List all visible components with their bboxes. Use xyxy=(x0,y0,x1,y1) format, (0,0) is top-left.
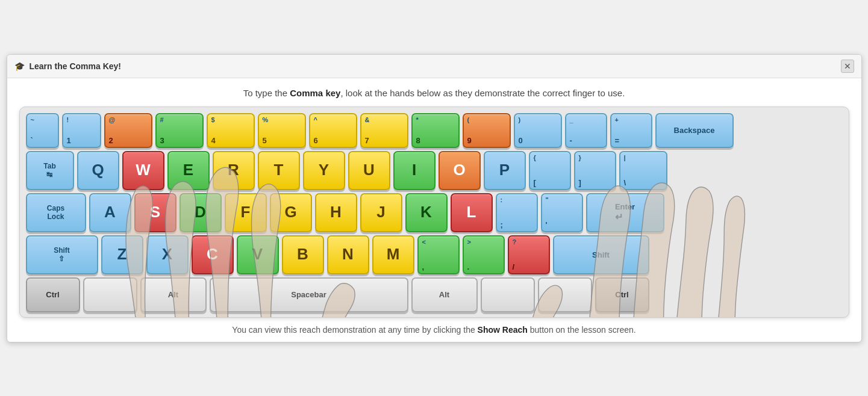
instruction-text: To type the Comma key, look at the hands… xyxy=(19,88,849,98)
key-h: H xyxy=(315,193,357,232)
key-name: Comma key xyxy=(290,88,340,98)
number-row: ~ ` ! 1 @ 2 # 3 xyxy=(26,113,843,148)
key-ctrl-right: Ctrl xyxy=(595,277,649,312)
key-4: $ 4 xyxy=(207,113,255,148)
key-l: L xyxy=(451,193,493,232)
key-p: P xyxy=(484,151,526,190)
ctrl-right-label: Ctrl xyxy=(615,290,628,299)
key-win-left xyxy=(83,277,137,312)
key-period: > . xyxy=(463,235,505,274)
main-window: 🎓 Learn the Comma Key! ✕ To type the Com… xyxy=(7,54,862,342)
key-8: * 8 xyxy=(411,113,460,148)
bottom-note-suffix: button on the lesson screen. xyxy=(528,325,636,335)
key-m: M xyxy=(372,235,414,274)
keyboard-wrapper: ~ ` ! 1 @ 2 # 3 xyxy=(19,107,849,318)
key-b: B xyxy=(282,235,324,274)
key-shift-right: Shift xyxy=(553,235,649,274)
key-7: & 7 xyxy=(360,113,408,148)
key-q: Q xyxy=(77,151,119,190)
key-1: ! 1 xyxy=(62,113,101,148)
key-menu xyxy=(538,277,592,312)
show-reach-label: Show Reach xyxy=(478,325,528,335)
close-button[interactable]: ✕ xyxy=(841,60,854,73)
key-e: E xyxy=(167,151,210,190)
key-semicolon: : ; xyxy=(496,193,538,232)
graduation-icon: 🎓 xyxy=(14,61,25,71)
key-z: Z xyxy=(101,235,143,274)
alt-left-label: Alt xyxy=(168,290,178,299)
key-s: S xyxy=(134,193,176,232)
key-a: A xyxy=(89,193,131,232)
key-tilde: ~ ` xyxy=(26,113,59,148)
key-quote: " ' xyxy=(541,193,583,232)
key-u: U xyxy=(348,151,390,190)
key-9: ( 9 xyxy=(463,113,511,148)
key-ctrl-left: Ctrl xyxy=(26,277,80,312)
instruction-suffix: , look at the hands below as they demons… xyxy=(340,88,625,98)
key-slash: ? / xyxy=(508,235,550,274)
key-tab: Tab↹ xyxy=(26,151,74,190)
title-bar-left: 🎓 Learn the Comma Key! xyxy=(14,61,121,71)
key-2: @ 2 xyxy=(104,113,152,148)
key-5: % 5 xyxy=(258,113,306,148)
keyboard: ~ ` ! 1 @ 2 # 3 xyxy=(26,113,843,312)
instruction-prefix: To type the xyxy=(243,88,290,98)
key-minus: _ - xyxy=(565,113,607,148)
asdf-row: CapsLock A S D F G xyxy=(26,193,843,232)
key-n: N xyxy=(327,235,369,274)
title-bar: 🎓 Learn the Comma Key! ✕ xyxy=(7,55,861,78)
key-alt-left: Alt xyxy=(140,277,207,312)
key-comma: < , xyxy=(417,235,460,274)
key-3: # 3 xyxy=(155,113,204,148)
content-area: To type the Comma key, look at the hands… xyxy=(7,78,861,342)
key-x: X xyxy=(146,235,189,274)
bottom-row: Ctrl Alt Spacebar Alt xyxy=(26,277,843,312)
key-lbracket: { [ xyxy=(529,151,571,190)
key-6: ^ 6 xyxy=(309,113,357,148)
key-c: C xyxy=(192,235,234,274)
key-0: ) 0 xyxy=(514,113,562,148)
key-win-right xyxy=(481,277,535,312)
key-alt-right: Alt xyxy=(411,277,478,312)
key-g: G xyxy=(270,193,312,232)
key-i: I xyxy=(393,151,436,190)
key-backspace: Backspace xyxy=(655,113,734,148)
key-shift-left: Shift⇧ xyxy=(26,235,98,274)
bottom-note: You can view this reach demonstration at… xyxy=(19,325,849,335)
key-v: V xyxy=(237,235,279,274)
alt-right-label: Alt xyxy=(439,290,449,299)
key-r: R xyxy=(213,151,255,190)
key-o: O xyxy=(439,151,481,190)
key-f: F xyxy=(225,193,267,232)
window-title: Learn the Comma Key! xyxy=(30,61,121,71)
key-j: J xyxy=(360,193,402,232)
key-capslock: CapsLock xyxy=(26,193,86,232)
key-d: D xyxy=(180,193,222,232)
zxcv-row: Shift⇧ Z X C V B xyxy=(26,235,843,274)
ctrl-left-label: Ctrl xyxy=(46,290,59,299)
key-backslash: | \ xyxy=(619,151,667,190)
key-equals: + = xyxy=(610,113,652,148)
spacebar-label: Spacebar xyxy=(291,290,326,299)
key-rbracket: } ] xyxy=(574,151,616,190)
qwerty-row: Tab↹ Q W E R T xyxy=(26,151,843,190)
key-t: T xyxy=(258,151,300,190)
key-w: W xyxy=(122,151,164,190)
key-k: K xyxy=(405,193,448,232)
key-spacebar: Spacebar xyxy=(210,277,408,312)
bottom-note-prefix: You can view this reach demonstration at… xyxy=(232,325,477,335)
backspace-label: Backspace xyxy=(674,126,715,135)
key-y: Y xyxy=(303,151,345,190)
key-enter: Enter↵ xyxy=(586,193,664,232)
